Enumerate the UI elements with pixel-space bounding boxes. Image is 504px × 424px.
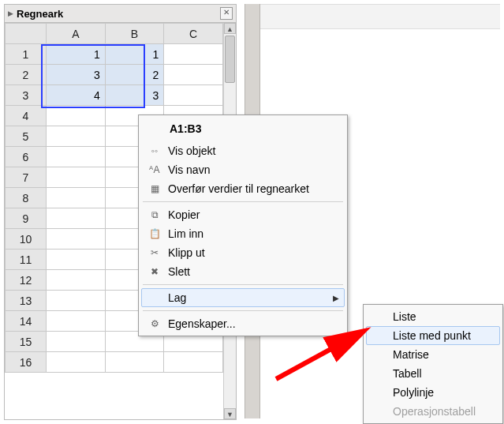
menu-separator <box>143 284 343 285</box>
column-header[interactable]: B <box>105 24 164 44</box>
row-header[interactable]: 14 <box>6 311 47 332</box>
collapse-triangle-icon[interactable]: ▶ <box>8 9 13 17</box>
context-menu-header: A1:B3 <box>141 118 345 141</box>
context-menu-item-label: Lim inn <box>168 227 203 240</box>
corner-cell[interactable] <box>6 24 47 44</box>
cell[interactable] <box>47 229 106 250</box>
row-header[interactable]: 16 <box>6 352 47 373</box>
context-submenu-item: Operasjonstabell <box>366 402 500 421</box>
context-menu-item-label: Lag <box>168 291 186 304</box>
gear-icon: ⚙ <box>146 317 163 331</box>
context-submenu-item-label: Operasjonstabell <box>393 405 476 418</box>
cell[interactable] <box>164 44 223 65</box>
menu-separator <box>143 201 343 202</box>
paste-icon: 📋 <box>146 227 163 241</box>
context-menu-item[interactable]: ▦Overfør verdier til regnearket <box>141 179 345 198</box>
row-header[interactable]: 11 <box>6 250 47 270</box>
cell[interactable] <box>47 126 106 147</box>
context-menu-item[interactable]: Lag▶ <box>141 288 345 307</box>
cell[interactable]: 1 <box>105 44 164 65</box>
context-menu-item[interactable]: 📋Lim inn <box>141 224 345 243</box>
context-menu-item-label: Klipp ut <box>168 246 205 259</box>
context-menu-item-label: Overfør verdier til regnearket <box>168 182 309 195</box>
row-header[interactable]: 7 <box>6 167 47 188</box>
context-menu-item[interactable]: ✖Slett <box>141 262 345 281</box>
context-menu-item-label: Vis navn <box>168 163 210 176</box>
panel-title: Regneark <box>17 8 220 20</box>
context-menu-item-label: Vis objekt <box>168 144 215 157</box>
blank-icon <box>371 404 388 418</box>
context-menu-item[interactable]: ✂Klipp ut <box>141 243 345 262</box>
column-header[interactable]: C <box>164 24 223 44</box>
blank-icon <box>371 366 388 381</box>
context-submenu-item-label: Polylinje <box>393 386 434 399</box>
context-menu-item-label: Kopier <box>168 208 200 221</box>
copy-icon: ⧉ <box>146 208 163 222</box>
scroll-thumb[interactable] <box>225 36 235 83</box>
menu-separator <box>143 310 343 311</box>
scroll-up-icon[interactable]: ▲ <box>224 23 236 34</box>
row-header[interactable]: 15 <box>6 332 47 352</box>
cell[interactable] <box>164 352 223 373</box>
context-submenu-item-label: Liste med punkt <box>393 329 471 342</box>
row-header[interactable]: 6 <box>6 147 47 167</box>
context-menu-item-label: Slett <box>168 265 190 278</box>
row-header[interactable]: 3 <box>6 85 47 106</box>
context-submenu-item[interactable]: Liste med punkt <box>366 326 500 345</box>
delete-icon: ✖ <box>146 265 163 279</box>
cell[interactable] <box>47 167 106 188</box>
cell[interactable] <box>47 291 106 311</box>
cell[interactable] <box>47 147 106 167</box>
cell[interactable] <box>47 106 106 126</box>
cut-icon: ✂ <box>146 246 163 260</box>
cell[interactable] <box>105 352 164 373</box>
context-submenu-item-label: Liste <box>393 310 416 323</box>
cell[interactable] <box>47 311 106 332</box>
context-menu-item[interactable]: ⚙Egenskaper... <box>141 314 345 333</box>
context-menu-item[interactable]: ᴬAVis navn <box>141 160 345 179</box>
panel-titlebar: ▶ Regneark ✕ <box>5 5 236 23</box>
row-header[interactable]: 10 <box>6 229 47 250</box>
cell[interactable] <box>47 270 106 291</box>
cell[interactable] <box>47 188 106 208</box>
blank-icon <box>146 291 163 305</box>
row-header[interactable]: 8 <box>6 188 47 208</box>
cell[interactable]: 3 <box>47 65 106 85</box>
context-submenu-item[interactable]: Tabell <box>366 364 500 383</box>
context-menu-item[interactable]: ⧉Kopier <box>141 205 345 224</box>
context-submenu-item-label: Matrise <box>393 348 429 361</box>
row-header[interactable]: 13 <box>6 291 47 311</box>
row-header[interactable]: 1 <box>6 44 47 65</box>
row-header[interactable]: 5 <box>6 126 47 147</box>
cell[interactable] <box>47 208 106 229</box>
row-header[interactable]: 4 <box>6 106 47 126</box>
context-submenu: ListeListe med punktMatriseTabellPolylin… <box>363 304 503 424</box>
row-header[interactable]: 9 <box>6 208 47 229</box>
cell[interactable] <box>164 65 223 85</box>
circles-icon: ◦◦ <box>146 144 163 158</box>
row-header[interactable]: 2 <box>6 65 47 85</box>
cell[interactable] <box>47 332 106 352</box>
context-menu: A1:B3 ◦◦Vis objektᴬAVis navn▦Overfør ver… <box>138 114 348 336</box>
context-submenu-item[interactable]: Polylinje <box>366 383 500 402</box>
blank-icon <box>371 328 388 343</box>
cell[interactable] <box>47 250 106 270</box>
aa-icon: ᴬA <box>146 163 163 177</box>
close-icon[interactable]: ✕ <box>220 7 233 20</box>
context-submenu-item[interactable]: Matrise <box>366 345 500 364</box>
cell[interactable]: 2 <box>105 65 164 85</box>
context-menu-item-label: Egenskaper... <box>168 317 236 330</box>
context-menu-item[interactable]: ◦◦Vis objekt <box>141 141 345 160</box>
row-header[interactable]: 12 <box>6 270 47 291</box>
blank-icon <box>371 310 388 324</box>
context-submenu-item[interactable]: Liste <box>366 307 500 326</box>
cell[interactable] <box>47 352 106 373</box>
blank-icon <box>371 347 388 362</box>
blank-icon <box>371 385 388 400</box>
cell[interactable]: 4 <box>47 85 106 106</box>
cell[interactable] <box>164 85 223 106</box>
scroll-down-icon[interactable]: ▼ <box>224 408 236 419</box>
cell[interactable]: 3 <box>105 85 164 106</box>
cell[interactable]: 1 <box>47 44 106 65</box>
column-header[interactable]: A <box>47 24 106 44</box>
